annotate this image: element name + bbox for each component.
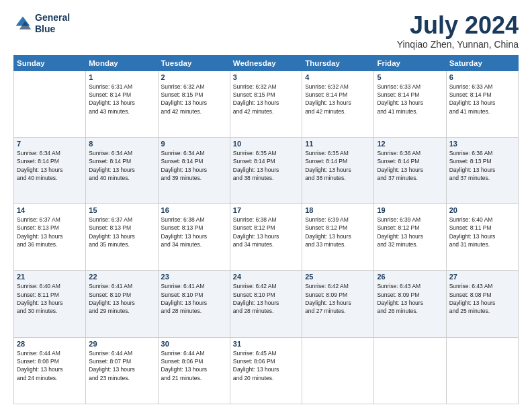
cell-info: Sunrise: 6:32 AM Sunset: 8:14 PM Dayligh… (305, 83, 371, 116)
cell-info: Sunrise: 6:43 AM Sunset: 8:08 PM Dayligh… (449, 282, 515, 315)
day-number: 16 (161, 206, 227, 214)
cell-info: Sunrise: 6:32 AM Sunset: 8:15 PM Dayligh… (233, 83, 299, 116)
cell-info: Sunrise: 6:40 AM Sunset: 8:11 PM Dayligh… (449, 216, 515, 248)
cell-info: Sunrise: 6:44 AM Sunset: 8:06 PM Dayligh… (161, 349, 227, 382)
calendar-cell: 5Sunrise: 6:33 AM Sunset: 8:14 PM Daylig… (374, 71, 446, 137)
calendar-week-row: 14Sunrise: 6:37 AM Sunset: 8:13 PM Dayli… (14, 204, 519, 271)
cell-info: Sunrise: 6:36 AM Sunset: 8:13 PM Dayligh… (449, 149, 515, 182)
cell-info: Sunrise: 6:41 AM Sunset: 8:10 PM Dayligh… (161, 282, 227, 315)
calendar-cell: 10Sunrise: 6:35 AM Sunset: 8:14 PM Dayli… (230, 137, 302, 203)
calendar-cell (446, 337, 518, 404)
calendar-cell: 11Sunrise: 6:35 AM Sunset: 8:14 PM Dayli… (302, 137, 374, 203)
cell-info: Sunrise: 6:33 AM Sunset: 8:14 PM Dayligh… (377, 83, 443, 116)
calendar-cell: 15Sunrise: 6:37 AM Sunset: 8:13 PM Dayli… (86, 204, 158, 271)
calendar-cell: 6Sunrise: 6:33 AM Sunset: 8:14 PM Daylig… (446, 71, 518, 137)
calendar-cell: 31Sunrise: 6:45 AM Sunset: 8:06 PM Dayli… (230, 337, 302, 404)
calendar-cell: 9Sunrise: 6:34 AM Sunset: 8:14 PM Daylig… (158, 137, 230, 203)
logo: General Blue (13, 12, 70, 35)
day-number: 11 (305, 140, 371, 148)
calendar-cell: 14Sunrise: 6:37 AM Sunset: 8:13 PM Dayli… (14, 204, 86, 271)
day-number: 30 (161, 340, 227, 348)
calendar-cell: 28Sunrise: 6:44 AM Sunset: 8:08 PM Dayli… (14, 337, 86, 404)
weekday-header-cell: Sunday (14, 55, 86, 71)
month-title: July 2024 (397, 12, 519, 39)
calendar-week-row: 7Sunrise: 6:34 AM Sunset: 8:14 PM Daylig… (14, 137, 519, 203)
calendar-cell: 13Sunrise: 6:36 AM Sunset: 8:13 PM Dayli… (446, 137, 518, 203)
day-number: 5 (377, 73, 443, 81)
day-number: 21 (17, 273, 83, 281)
calendar-cell: 24Sunrise: 6:42 AM Sunset: 8:10 PM Dayli… (230, 271, 302, 337)
calendar-cell (302, 337, 374, 404)
cell-info: Sunrise: 6:36 AM Sunset: 8:14 PM Dayligh… (377, 149, 443, 182)
cell-info: Sunrise: 6:35 AM Sunset: 8:14 PM Dayligh… (233, 149, 299, 182)
day-number: 18 (305, 206, 371, 214)
calendar-cell: 22Sunrise: 6:41 AM Sunset: 8:10 PM Dayli… (86, 271, 158, 337)
day-number: 1 (89, 73, 154, 81)
calendar-cell: 25Sunrise: 6:42 AM Sunset: 8:09 PM Dayli… (302, 271, 374, 337)
cell-info: Sunrise: 6:37 AM Sunset: 8:13 PM Dayligh… (17, 216, 83, 248)
day-number: 22 (89, 273, 154, 281)
day-number: 20 (449, 206, 515, 214)
cell-info: Sunrise: 6:42 AM Sunset: 8:09 PM Dayligh… (305, 282, 371, 315)
day-number: 10 (233, 140, 299, 148)
weekday-header-cell: Friday (374, 55, 446, 71)
title-block: July 2024 Yinqiao Zhen, Yunnan, China (397, 12, 519, 50)
calendar-cell: 7Sunrise: 6:34 AM Sunset: 8:14 PM Daylig… (14, 137, 86, 203)
logo-icon (13, 14, 32, 33)
day-number: 8 (89, 140, 154, 148)
cell-info: Sunrise: 6:35 AM Sunset: 8:14 PM Dayligh… (305, 149, 371, 182)
day-number: 12 (377, 140, 443, 148)
calendar-cell: 21Sunrise: 6:40 AM Sunset: 8:11 PM Dayli… (14, 271, 86, 337)
cell-info: Sunrise: 6:37 AM Sunset: 8:13 PM Dayligh… (89, 216, 154, 248)
page: General Blue July 2024 Yinqiao Zhen, Yun… (0, 0, 532, 411)
calendar-cell (374, 337, 446, 404)
calendar-table: SundayMondayTuesdayWednesdayThursdayFrid… (13, 55, 519, 404)
cell-info: Sunrise: 6:33 AM Sunset: 8:14 PM Dayligh… (449, 83, 515, 116)
cell-info: Sunrise: 6:34 AM Sunset: 8:14 PM Dayligh… (17, 149, 83, 182)
weekday-header-cell: Thursday (302, 55, 374, 71)
cell-info: Sunrise: 6:43 AM Sunset: 8:09 PM Dayligh… (377, 282, 443, 315)
day-number: 3 (233, 73, 299, 81)
day-number: 29 (89, 340, 154, 348)
calendar-cell: 12Sunrise: 6:36 AM Sunset: 8:14 PM Dayli… (374, 137, 446, 203)
calendar-cell: 8Sunrise: 6:34 AM Sunset: 8:14 PM Daylig… (86, 137, 158, 203)
day-number: 9 (161, 140, 227, 148)
logo-text: General Blue (35, 12, 70, 35)
calendar-cell: 29Sunrise: 6:44 AM Sunset: 8:07 PM Dayli… (86, 337, 158, 404)
weekday-header-row: SundayMondayTuesdayWednesdayThursdayFrid… (14, 55, 519, 71)
cell-info: Sunrise: 6:45 AM Sunset: 8:06 PM Dayligh… (233, 349, 299, 382)
location: Yinqiao Zhen, Yunnan, China (397, 39, 519, 50)
day-number: 17 (233, 206, 299, 214)
day-number: 4 (305, 73, 371, 81)
calendar-cell: 17Sunrise: 6:38 AM Sunset: 8:12 PM Dayli… (230, 204, 302, 271)
calendar-cell: 23Sunrise: 6:41 AM Sunset: 8:10 PM Dayli… (158, 271, 230, 337)
day-number: 14 (17, 206, 83, 214)
weekday-header-cell: Tuesday (158, 55, 230, 71)
day-number: 13 (449, 140, 515, 148)
calendar-week-row: 21Sunrise: 6:40 AM Sunset: 8:11 PM Dayli… (14, 271, 519, 337)
day-number: 6 (449, 73, 515, 81)
cell-info: Sunrise: 6:41 AM Sunset: 8:10 PM Dayligh… (89, 282, 154, 315)
calendar-cell: 2Sunrise: 6:32 AM Sunset: 8:15 PM Daylig… (158, 71, 230, 137)
cell-info: Sunrise: 6:38 AM Sunset: 8:13 PM Dayligh… (161, 216, 227, 248)
cell-info: Sunrise: 6:39 AM Sunset: 8:12 PM Dayligh… (305, 216, 371, 248)
calendar-cell: 19Sunrise: 6:39 AM Sunset: 8:12 PM Dayli… (374, 204, 446, 271)
cell-info: Sunrise: 6:34 AM Sunset: 8:14 PM Dayligh… (89, 149, 154, 182)
weekday-header-cell: Wednesday (230, 55, 302, 71)
day-number: 24 (233, 273, 299, 281)
day-number: 15 (89, 206, 154, 214)
calendar-cell: 1Sunrise: 6:31 AM Sunset: 8:14 PM Daylig… (86, 71, 158, 137)
day-number: 2 (161, 73, 227, 81)
day-number: 7 (17, 140, 83, 148)
calendar-cell: 3Sunrise: 6:32 AM Sunset: 8:15 PM Daylig… (230, 71, 302, 137)
calendar-week-row: 28Sunrise: 6:44 AM Sunset: 8:08 PM Dayli… (14, 337, 519, 404)
cell-info: Sunrise: 6:34 AM Sunset: 8:14 PM Dayligh… (161, 149, 227, 182)
cell-info: Sunrise: 6:31 AM Sunset: 8:14 PM Dayligh… (89, 83, 154, 116)
calendar-cell: 27Sunrise: 6:43 AM Sunset: 8:08 PM Dayli… (446, 271, 518, 337)
day-number: 27 (449, 273, 515, 281)
day-number: 19 (377, 206, 443, 214)
calendar-cell: 16Sunrise: 6:38 AM Sunset: 8:13 PM Dayli… (158, 204, 230, 271)
calendar-cell: 30Sunrise: 6:44 AM Sunset: 8:06 PM Dayli… (158, 337, 230, 404)
cell-info: Sunrise: 6:40 AM Sunset: 8:11 PM Dayligh… (17, 282, 83, 315)
weekday-header-cell: Saturday (446, 55, 518, 71)
